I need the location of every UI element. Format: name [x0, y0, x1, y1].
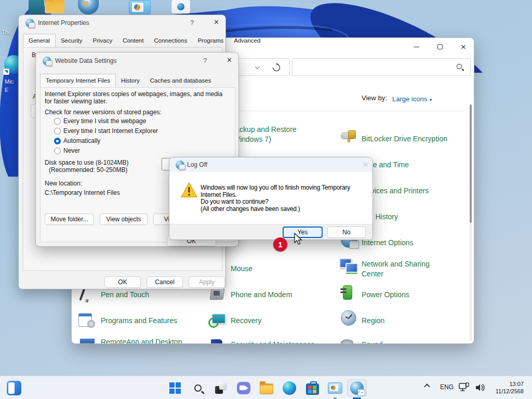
tab-security[interactable]: Security [56, 35, 88, 47]
widgets-button[interactable] [5, 379, 23, 397]
chat-button[interactable] [235, 379, 252, 397]
search-button[interactable] [189, 379, 207, 397]
tab-history[interactable]: History [116, 75, 145, 87]
remoteapp-icon[interactable] [79, 338, 95, 344]
cp-item-region[interactable]: Region [362, 316, 384, 326]
volume-icon[interactable] [474, 382, 486, 393]
cp-item-recovery[interactable]: Recovery [231, 316, 261, 326]
store-icon [306, 383, 319, 395]
cp-item-programs-features[interactable]: Programs and Features [101, 316, 177, 326]
message-line: Do you want to continue? [201, 198, 350, 206]
chevron-down-icon[interactable] [255, 64, 260, 69]
app-tile-icon[interactable] [171, 0, 190, 14]
control-panel-taskbar-button[interactable] [326, 379, 344, 397]
tab-programs[interactable]: Programs [192, 35, 229, 47]
power-options-icon[interactable] [341, 284, 357, 300]
radio-every-visit-label[interactable]: Every time I visit the webpage [63, 117, 146, 125]
move-folder-button[interactable]: Move folder... [45, 214, 94, 225]
view-mode-dropdown[interactable]: Large icons ▾ [392, 94, 432, 103]
cp-item-bitlocker[interactable]: BitLocker Drive Encryption [362, 134, 447, 144]
file-explorer-button[interactable] [258, 379, 275, 397]
close-button[interactable]: ✕ [451, 39, 474, 55]
language-indicator[interactable]: ENG [440, 383, 454, 391]
warning-icon [181, 182, 197, 198]
clock[interactable]: 13:07 11/12/2568 [487, 380, 524, 395]
region-icon[interactable] [341, 310, 356, 326]
date: 11/12/2568 [487, 388, 524, 395]
folder-icon[interactable] [45, 0, 64, 14]
cp-item-pen-touch[interactable]: Pen and Touch [101, 290, 149, 300]
programs-features-icon[interactable] [78, 312, 95, 328]
apply-button[interactable]: Apply [189, 276, 225, 288]
dropdown-arrow-icon: ▾ [430, 97, 432, 102]
no-button[interactable]: No [327, 227, 366, 238]
radio-automatically-label[interactable]: Automatically [63, 137, 100, 144]
tab-general[interactable]: General [23, 34, 56, 47]
network-icon[interactable] [458, 382, 470, 393]
search-icon [194, 384, 202, 392]
radio-automatically[interactable] [54, 138, 61, 144]
search-box[interactable] [292, 58, 471, 76]
description-line1: Internet Explorer stores copies of webpa… [45, 90, 222, 98]
sound-icon[interactable] [341, 339, 353, 344]
disk-space-label: Disk space to use (8-1024MB) [45, 159, 128, 166]
cp-item-remoteapp[interactable]: RemoteApp and Desktop [101, 337, 182, 344]
desktop: Thi Mic E ✕ View by: Large icons ▾ ✓– [0, 0, 532, 399]
tab-advanced[interactable]: Advanced [229, 35, 265, 47]
security-maintenance-icon[interactable] [211, 339, 222, 344]
edge-button[interactable] [281, 379, 298, 397]
scrollbar-thumb[interactable] [470, 104, 472, 223]
view-by-label: View by: [362, 94, 387, 102]
message-line: Windows will now log you off to finish m… [201, 184, 350, 192]
cp-item-backup-restore[interactable]: Backup and Restore (Windows 7) [231, 125, 297, 144]
store-button[interactable] [303, 379, 321, 397]
help-button[interactable]: ? [203, 57, 207, 64]
tab-strip: General Security Privacy Content Connect… [23, 34, 265, 47]
dialog-title: Log Off [187, 161, 207, 168]
radio-never-label[interactable]: Never [63, 147, 80, 154]
control-panel-icon [328, 382, 342, 394]
start-button[interactable] [166, 379, 184, 397]
tab-content[interactable]: Content [117, 35, 149, 47]
edge-icon [283, 381, 296, 395]
mouse-cursor [292, 233, 304, 246]
cp-item-security-maintenance[interactable]: Security and Maintenance [231, 340, 315, 344]
refresh-icon[interactable] [272, 63, 281, 72]
radio-every-visit[interactable] [54, 118, 61, 125]
new-location-value: C:\Temporary Internet Files [45, 189, 120, 196]
tray-chevron-button[interactable] [425, 384, 429, 389]
folder-icon [260, 383, 273, 394]
message-line: (All other changes have been saved.) [201, 206, 350, 213]
help-button[interactable]: ? [190, 19, 194, 26]
ok-button[interactable]: OK [104, 276, 141, 288]
dialog-title: Internet Properties [38, 19, 89, 26]
cp-item-sound[interactable]: Sound [362, 340, 382, 344]
cp-item-phone-modem[interactable]: Phone and Modem [231, 290, 292, 300]
bitlocker-icon[interactable] [341, 128, 358, 143]
cp-item-power-options[interactable]: Power Options [362, 290, 409, 300]
dialog-title: Website Data Settings [55, 57, 117, 64]
tab-connections[interactable]: Connections [149, 35, 192, 47]
cp-item-mouse[interactable]: Mouse [231, 264, 252, 274]
close-button-disabled: ✕ [363, 161, 368, 168]
internet-properties-icon: ✓– [350, 381, 364, 395]
tab-temporary-internet-files[interactable]: Temporary Internet Files [40, 74, 116, 87]
edge-label-line2: E [5, 87, 8, 93]
radio-every-start[interactable] [54, 128, 61, 135]
network-sharing-icon[interactable] [339, 258, 358, 274]
minimize-button[interactable] [404, 39, 428, 55]
radio-never[interactable] [54, 148, 61, 154]
cancel-button[interactable]: Cancel [147, 276, 183, 288]
view-objects-button[interactable]: View objects [100, 214, 148, 225]
close-button[interactable]: ✕ [227, 56, 232, 64]
close-button[interactable]: ✕ [214, 18, 219, 26]
internet-properties-taskbar-button[interactable]: ✓– [347, 379, 367, 397]
cp-item-network-sharing[interactable]: Network and Sharing Center [362, 259, 430, 279]
radio-every-start-label[interactable]: Every time I start Internet Explorer [63, 127, 158, 135]
recovery-icon[interactable] [208, 312, 226, 328]
tab-privacy[interactable]: Privacy [87, 35, 117, 47]
maximize-button[interactable] [428, 39, 452, 55]
tab-caches-databases[interactable]: Caches and databases [145, 75, 217, 87]
task-view-button[interactable] [212, 379, 230, 397]
control-panel-icon[interactable] [129, 0, 151, 15]
